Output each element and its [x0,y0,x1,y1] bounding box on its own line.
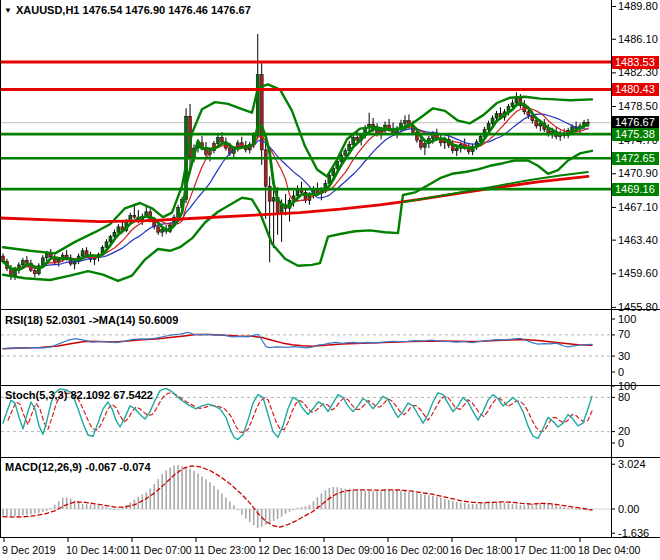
price-badge-red: 1483.53 [612,56,659,69]
macd-axis-label: 3.024 [618,458,646,470]
time-tick-label: 18 Dec 04:00 [578,544,640,556]
stoch-axis-label: 80 [618,391,630,403]
time-tick-label: 16 Dec 18:00 [450,544,512,556]
stoch-axis-label: 0 [618,437,624,449]
time-tick-label: 16 Dec 02:00 [386,544,448,556]
rsi-axis-label: 100 [618,313,636,325]
rsi-axis-label: 30 [618,350,630,362]
time-tick-label: 17 Dec 11:00 [514,544,576,556]
price-tick-label: 1486.10 [618,33,658,45]
price-badge-red: 1480.43 [612,83,659,96]
time-tick-label: 12 Dec 16:00 [258,544,320,556]
time-tick-label: 11 Dec 23:00 [194,544,256,556]
rsi-label: RSI(18) 52.0301 ->MA(14) 50.6009 [5,314,178,326]
stoch-axis-label: 20 [618,425,630,437]
rsi-axis-label: 0 [618,366,624,378]
mt4-chart-window: { "header": { "title": "XAUUSD,H1 1476.5… [0,0,660,560]
price-badge-green: 1472.65 [612,152,659,165]
chart-title: ▼XAUUSD,H1 1476.54 1476.90 1476.46 1476.… [4,4,251,16]
macd-label: MACD(12,26,9) -0.067 -0.074 [5,461,151,473]
chevron-down-icon: ▼ [4,6,12,15]
stoch-label: Stoch(5,3,3) 82.1092 67.5422 [5,389,153,401]
time-tick-label: 9 Dec 2019 [2,544,56,556]
time-tick-label: 10 Dec 14:00 [66,544,128,556]
stoch-axis-label: 100 [618,380,636,392]
macd-axis-label: 0.00 [618,503,639,515]
price-tick-label: 1489.80 [618,0,658,12]
time-tick-label: 11 Dec 07:00 [130,544,192,556]
chart-title-text: XAUUSD,H1 1476.54 1476.90 1476.46 1476.6… [16,4,251,16]
price-tick-label: 1470.90 [618,167,658,179]
price-tick-label: 1467.10 [618,201,658,213]
price-tick-label: 1455.80 [618,301,658,313]
price-tick-label: 1478.50 [618,100,658,112]
price-tick-label: 1463.40 [618,234,658,246]
macd-axis-label: -1.636 [618,527,649,539]
price-tick-label: 1459.60 [618,267,658,279]
price-badge-green: 1475.38 [612,128,659,141]
time-tick-label: 13 Dec 09:00 [322,544,384,556]
main-chart-panel[interactable] [0,0,611,308]
price-badge-green: 1469.16 [612,183,659,196]
rsi-axis-label: 70 [618,328,630,340]
